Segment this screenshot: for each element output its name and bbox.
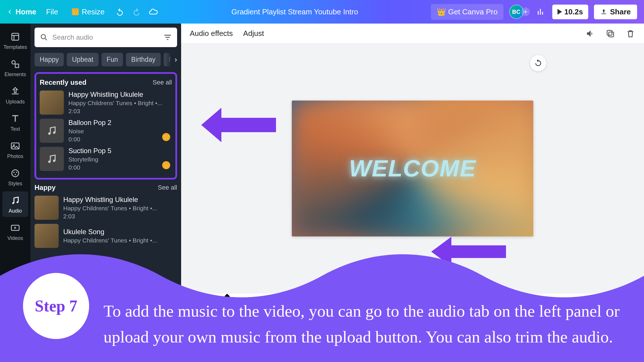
audio-item[interactable]: Balloon Pop 2Noise0:00👑	[40, 119, 172, 143]
rail-text[interactable]: Text	[2, 109, 28, 135]
audio-duration: 2:03	[68, 108, 172, 115]
step-badge: Step 7	[23, 273, 89, 339]
chevron-left-icon	[7, 9, 13, 15]
svg-point-1	[12, 61, 15, 64]
add-member-button[interactable]: +	[521, 7, 530, 16]
see-all-link[interactable]: See all	[158, 184, 177, 191]
pro-label: Get Canva Pro	[448, 7, 498, 16]
tag-birthday[interactable]: Birthday	[126, 53, 160, 66]
rail-videos[interactable]: Videos	[2, 219, 28, 244]
rail-photos[interactable]: Photos	[2, 137, 28, 162]
present-duration-button[interactable]: 10.2s	[552, 5, 588, 19]
audio-subtitle: Noise	[68, 128, 172, 135]
home-label: Home	[16, 7, 36, 16]
rail-templates[interactable]: Templates	[2, 28, 28, 53]
undo-button[interactable]	[114, 6, 125, 17]
share-button[interactable]: Share	[594, 5, 637, 19]
svg-point-12	[41, 34, 45, 39]
audio-item[interactable]: Suction Pop 5Storytelling0:00👑	[40, 147, 172, 171]
refresh-button[interactable]	[530, 55, 546, 71]
top-bar: Home File 👑 Resize Gradient Playlist Str…	[0, 0, 644, 24]
resize-button[interactable]: 👑 Resize	[68, 7, 108, 16]
adjust-button[interactable]: Adjust	[243, 29, 264, 38]
get-pro-button[interactable]: 👑 Get Canva Pro	[431, 4, 503, 20]
tutorial-text: To add the music to the video, you can g…	[103, 298, 632, 350]
audio-duration: 0:00	[68, 136, 172, 143]
insights-button[interactable]	[536, 6, 547, 17]
canvas-welcome-text[interactable]: WELCOME	[349, 155, 476, 182]
share-label: Share	[610, 7, 631, 16]
svg-rect-2	[15, 64, 19, 68]
recently-used-section: Recently used See all Happy Whistling Uk…	[34, 72, 177, 180]
audio-item[interactable]: Happy Whistling UkuleleHappy Childrens' …	[40, 90, 172, 115]
svg-point-5	[12, 170, 19, 177]
tags-scroll-right[interactable]: ›	[166, 53, 177, 66]
file-menu[interactable]: File	[42, 7, 62, 16]
audio-title: Suction Pop 5	[68, 147, 172, 155]
audio-thumb	[40, 90, 64, 115]
audio-duration: 2:03	[63, 213, 177, 220]
redo-button[interactable]	[131, 6, 142, 17]
rail-elements[interactable]: Elements	[2, 55, 28, 80]
rail-uploads[interactable]: Uploads	[2, 82, 28, 108]
rail-label: Photos	[7, 153, 23, 159]
svg-point-16	[53, 160, 55, 162]
rail-label: Styles	[8, 181, 22, 187]
resize-label: Resize	[82, 7, 104, 16]
see-all-link[interactable]: See all	[153, 79, 172, 86]
rail-label: Text	[10, 126, 20, 132]
rail-audio[interactable]: Audio	[2, 191, 28, 217]
tag-happy[interactable]: Happy	[34, 53, 64, 66]
audio-title: Balloon Pop 2	[68, 119, 172, 127]
audio-effects-button[interactable]: Audio effects	[190, 29, 233, 38]
duplicate-icon[interactable]	[605, 29, 615, 38]
audio-thumb	[40, 119, 64, 143]
svg-point-15	[48, 161, 51, 163]
rail-label: Uploads	[6, 99, 25, 105]
section-title: Recently used	[40, 78, 87, 86]
svg-point-6	[13, 172, 15, 173]
audio-duration: 0:00	[68, 164, 172, 171]
audio-item[interactable]: Happy Whistling UkuleleHappy Childrens' …	[34, 196, 177, 220]
search-bar[interactable]	[34, 28, 177, 47]
duration-label: 10.2s	[564, 7, 583, 16]
rail-styles[interactable]: Styles	[2, 164, 28, 190]
play-icon	[557, 9, 562, 15]
document-title[interactable]: Gradient Playlist Stream Youtube Intro	[164, 7, 425, 16]
trash-icon[interactable]	[626, 29, 635, 38]
section-title: Happy	[34, 184, 55, 192]
rail-label: Templates	[3, 44, 27, 50]
audio-subtitle: Storytelling	[68, 156, 172, 163]
upload-icon	[600, 8, 607, 15]
tag-upbeat[interactable]: Upbeat	[67, 53, 98, 66]
filter-icon[interactable]	[163, 33, 172, 42]
audio-title: Happy Whistling Ukulele	[63, 196, 177, 204]
home-button[interactable]: Home	[7, 7, 36, 16]
svg-point-14	[53, 132, 55, 134]
canvas-toolbar: Audio effects Adjust	[181, 24, 644, 44]
svg-point-13	[48, 132, 51, 135]
svg-point-8	[15, 174, 16, 175]
svg-point-10	[17, 201, 18, 203]
crown-icon: 👑	[72, 8, 79, 15]
cloud-sync-icon[interactable]	[148, 6, 159, 17]
tutorial-overlay: Step 7 To add the music to the video, yo…	[0, 241, 644, 362]
search-input[interactable]	[52, 33, 159, 41]
rail-label: Videos	[7, 235, 23, 241]
volume-icon[interactable]	[585, 29, 595, 38]
premium-badge: 👑	[162, 161, 170, 169]
audio-thumb	[40, 147, 64, 171]
svg-rect-0	[12, 33, 19, 40]
premium-badge: 👑	[162, 133, 170, 141]
happy-section: Happy See all Happy Whistling UkuleleHap…	[34, 184, 177, 248]
crown-icon: 👑	[437, 7, 446, 16]
rail-label: Elements	[4, 72, 26, 78]
tag-fun[interactable]: Fun	[101, 53, 123, 66]
svg-point-9	[12, 202, 14, 204]
audio-subtitle: Happy Childrens' Tunes • Bright •...	[68, 100, 172, 107]
annotation-arrow-left	[201, 105, 276, 145]
search-icon	[40, 33, 48, 42]
audio-title: Ukulele Song	[63, 228, 177, 236]
svg-rect-18	[607, 30, 612, 35]
canvas-frame[interactable]: WELCOME	[292, 101, 533, 236]
